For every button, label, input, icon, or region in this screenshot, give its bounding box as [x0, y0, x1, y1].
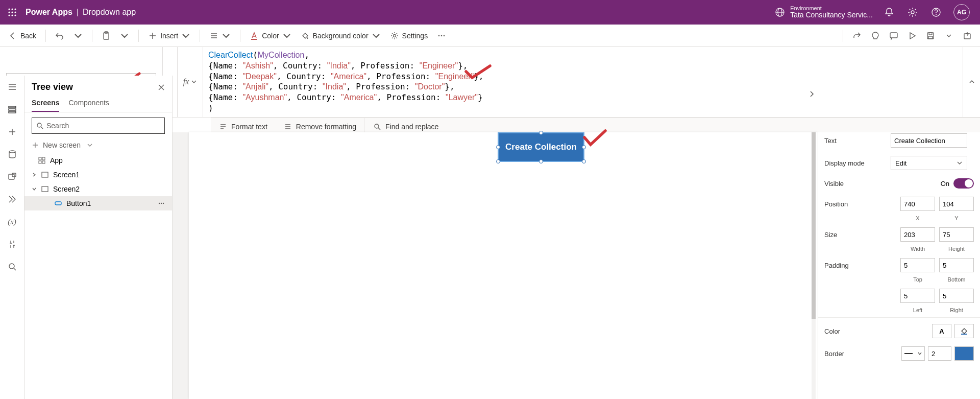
publish-button[interactable]	[960, 28, 975, 43]
user-avatar[interactable]: AG	[953, 4, 970, 20]
screen-icon	[41, 171, 49, 179]
svg-point-31	[9, 151, 15, 153]
search-rail-icon[interactable]	[6, 261, 18, 273]
prop-padding-right[interactable]	[939, 289, 974, 303]
environment-label: Environment	[790, 5, 873, 11]
layout-button[interactable]	[206, 29, 234, 42]
tree-item-app[interactable]: App	[24, 153, 172, 168]
close-icon[interactable]	[158, 84, 165, 91]
prop-position-y[interactable]	[939, 197, 974, 211]
back-button[interactable]: Back	[5, 29, 39, 42]
data-icon[interactable]	[6, 148, 18, 160]
svg-point-4	[11, 11, 13, 13]
svg-point-21	[444, 35, 445, 36]
share-button[interactable]	[849, 28, 865, 43]
canvas-scrollbar[interactable]	[812, 132, 816, 399]
hamburger-icon[interactable]	[6, 81, 18, 93]
insert-button[interactable]: Insert	[145, 29, 193, 42]
prop-position-label: Position	[824, 200, 886, 208]
prop-position-x[interactable]	[900, 197, 935, 211]
svg-point-2	[14, 8, 16, 10]
prop-size-label: Size	[824, 231, 886, 239]
prop-border-width[interactable]	[928, 346, 951, 361]
tab-components[interactable]: Components	[68, 95, 109, 112]
app-header: Power Apps | Dropdown app Environment Ta…	[0, 0, 980, 25]
svg-point-1	[11, 8, 13, 10]
svg-rect-41	[42, 186, 48, 192]
formula-expand-button[interactable]	[963, 47, 980, 117]
save-button[interactable]	[923, 28, 938, 43]
title-separator: |	[77, 8, 79, 17]
svg-point-35	[37, 123, 41, 127]
new-screen-button[interactable]: New screen	[24, 139, 172, 153]
prop-padding-left[interactable]	[900, 289, 935, 303]
prop-text-input[interactable]	[891, 133, 967, 148]
settings-gear-icon[interactable]	[906, 6, 919, 18]
svg-point-27	[375, 124, 379, 128]
svg-point-34	[9, 264, 14, 269]
save-dropdown[interactable]	[941, 28, 957, 43]
prop-font-color[interactable]: A	[932, 324, 951, 338]
svg-rect-39	[42, 161, 45, 163]
font-color-button[interactable]: Color	[247, 29, 294, 42]
comments-button[interactable]	[886, 28, 901, 43]
svg-point-20	[441, 35, 443, 36]
undo-dropdown[interactable]	[70, 29, 86, 42]
svg-rect-36	[39, 157, 41, 160]
tree-view-icon[interactable]	[6, 103, 18, 115]
annotation-check-icon	[463, 63, 492, 82]
tab-screens[interactable]: Screens	[32, 95, 59, 112]
power-automate-icon[interactable]	[6, 193, 18, 205]
more-icon[interactable]	[158, 200, 165, 207]
prop-border-style[interactable]	[901, 346, 925, 361]
prop-padding-top[interactable]	[900, 258, 935, 272]
screen-icon	[41, 185, 49, 193]
product-name[interactable]: Power Apps	[26, 8, 72, 17]
canvas-area[interactable]: Create Collection	[173, 132, 818, 399]
tree-item-button1[interactable]: Button1	[24, 196, 172, 210]
svg-point-3	[8, 11, 10, 13]
media-icon[interactable]	[6, 171, 18, 183]
fx-button[interactable]: fx	[178, 47, 203, 117]
svg-point-43	[159, 203, 160, 204]
background-color-button[interactable]: Background color	[298, 29, 384, 42]
svg-rect-30	[9, 111, 16, 113]
tree-search-input[interactable]: Search	[32, 118, 165, 134]
prop-padding-label: Padding	[824, 262, 886, 269]
more-button[interactable]	[434, 29, 449, 42]
formula-editor[interactable]: ClearCollect(MyCollection, {Name: "Ashis…	[203, 47, 963, 117]
help-icon[interactable]	[930, 6, 942, 18]
canvas-button-control[interactable]: Create Collection	[498, 132, 584, 162]
app-checker-button[interactable]	[868, 28, 883, 43]
paste-dropdown[interactable]	[117, 29, 132, 42]
svg-point-0	[8, 8, 10, 10]
environment-picker[interactable]: Environment Tata Consultancy Servic...	[775, 5, 873, 19]
svg-rect-17	[251, 39, 257, 40]
prop-size-height[interactable]	[939, 227, 974, 242]
settings-button[interactable]: Settings	[387, 29, 431, 42]
svg-rect-15	[104, 33, 109, 39]
paste-button[interactable]	[99, 29, 114, 42]
prop-size-width[interactable]	[900, 227, 935, 242]
prop-displaymode-select[interactable]: Edit	[891, 156, 967, 170]
prop-visible-toggle[interactable]	[953, 178, 974, 189]
app-name[interactable]: Dropdown app	[83, 8, 136, 17]
properties-expand-icon[interactable]	[805, 86, 818, 102]
app-launcher-icon[interactable]	[4, 4, 20, 20]
undo-button[interactable]	[52, 29, 67, 42]
svg-point-5	[14, 11, 16, 13]
notifications-icon[interactable]	[883, 6, 895, 18]
tree-item-screen1[interactable]: Screen1	[24, 168, 172, 182]
tools-icon[interactable]	[6, 238, 18, 250]
prop-padding-bottom[interactable]	[939, 258, 974, 272]
preview-button[interactable]	[904, 28, 920, 43]
prop-border-color[interactable]	[954, 346, 974, 361]
prop-fill-color[interactable]	[954, 324, 974, 338]
insert-rail-icon[interactable]	[6, 126, 18, 138]
tree-item-screen2[interactable]: Screen2	[24, 182, 172, 196]
variables-icon[interactable]: (x)	[6, 216, 18, 228]
prop-visible-label: Visible	[824, 180, 886, 187]
svg-rect-40	[42, 172, 48, 177]
svg-point-12	[911, 11, 914, 14]
svg-point-14	[936, 14, 937, 15]
